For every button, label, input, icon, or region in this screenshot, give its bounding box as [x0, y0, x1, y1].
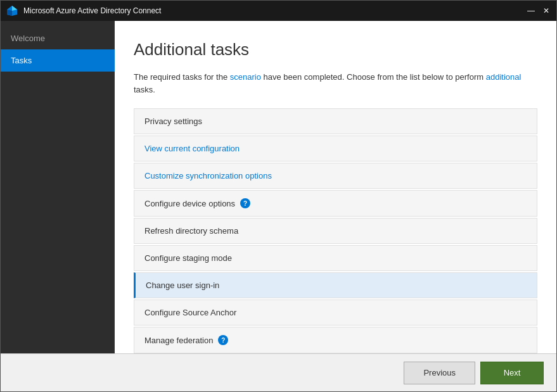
task-staging-mode[interactable]: Configure staging mode	[134, 245, 537, 271]
task-privacy[interactable]: Privacy settings	[134, 108, 537, 134]
window-controls: — ✕	[526, 6, 551, 15]
task-refresh-schema[interactable]: Refresh directory schema	[134, 218, 537, 244]
task-list: Privacy settings View current configurat…	[134, 108, 537, 353]
task-user-signin[interactable]: Change user sign-in	[134, 272, 537, 298]
title-bar: Microsoft Azure Active Directory Connect…	[1, 1, 556, 21]
close-button[interactable]: ✕	[541, 6, 551, 15]
sidebar-item-welcome[interactable]: Welcome	[1, 27, 115, 49]
description-text: The required tasks for the scenario have…	[134, 71, 537, 96]
federation-help-icon[interactable]: ?	[218, 335, 228, 345]
sidebar-item-tasks[interactable]: Tasks	[1, 49, 115, 72]
main-window: Microsoft Azure Active Directory Connect…	[0, 0, 557, 392]
sidebar: Welcome Tasks	[1, 21, 115, 353]
page-title: Additional tasks	[134, 40, 537, 60]
task-view-config[interactable]: View current configuration	[134, 136, 537, 161]
task-federation[interactable]: Manage federation ?	[134, 327, 537, 353]
task-customize-sync[interactable]: Customize synchronization options	[134, 163, 537, 189]
app-logo-icon	[6, 4, 18, 17]
main-panel: Additional tasks The required tasks for …	[115, 21, 556, 353]
task-source-anchor[interactable]: Configure Source Anchor	[134, 300, 537, 326]
window-title: Microsoft Azure Active Directory Connect	[23, 6, 526, 15]
content-area: Welcome Tasks Additional tasks The requi…	[1, 21, 556, 353]
minimize-button[interactable]: —	[526, 6, 536, 15]
previous-button[interactable]: Previous	[404, 362, 475, 384]
device-options-help-icon[interactable]: ?	[240, 198, 250, 208]
task-device-options[interactable]: Configure device options ?	[134, 190, 537, 217]
footer: Previous Next	[1, 353, 556, 391]
next-button[interactable]: Next	[480, 362, 544, 384]
